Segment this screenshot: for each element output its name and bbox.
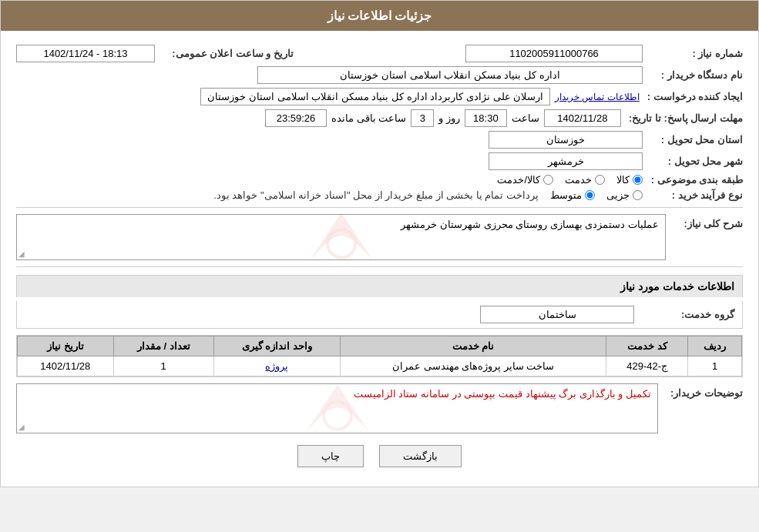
button-row: بازگشت چاپ [16,445,743,467]
buyer-notes-section: توضیحات خریدار: تکمیل و بارگذاری برگ پیش… [16,383,743,433]
buyer-org-value: اداره کل بنیاد مسکن انقلاب اسلامی استان … [257,66,643,84]
category-option-khedmat[interactable]: خدمت [565,174,605,186]
cell-unit[interactable]: پروژه [213,356,340,376]
col-name: نام خدمت [341,336,606,356]
purchase-type-radio-group: جزیی متوسط [550,189,643,201]
announce-date-label: تاریخ و ساعت اعلان عمومی: [155,48,294,59]
buyer-org-label: نام دستگاه خریدار : [643,69,743,81]
table-head: ردیف کد خدمت نام خدمت واحد اندازه گیری ت… [18,336,742,356]
buyer-notes-label: توضیحات خریدار: [658,383,743,433]
back-button[interactable]: بازگشت [379,445,462,467]
description-label: شرح کلی نیاز: [666,214,743,260]
reply-days: 3 [411,109,434,127]
city-label: شهر محل تحویل : [643,156,743,167]
category-label: طبقه بندی موضوعی : [643,174,743,186]
description-value: عملیات دستمزدی بهسازی روستای محرزی شهرست… [401,219,659,230]
svg-point-1 [324,401,351,429]
cell-row: 1 [688,356,742,376]
category-label-kala: کالا [616,174,630,186]
table-header-row: ردیف کد خدمت نام خدمت واحد اندازه گیری ت… [18,336,742,356]
svg-point-0 [327,230,355,258]
col-date: تاریخ نیاز [18,336,114,356]
service-group-row: گروه خدمت: ساختمان [16,301,743,329]
cell-date: 1402/11/28 [18,356,114,376]
category-radio-group: کالا خدمت کالا/خدمت [497,174,643,186]
purchase-type-radio-jozi[interactable] [633,190,643,200]
table-body: 1 ج-42-429 ساخت سایر پروژه‌های مهندسی عم… [18,356,742,376]
col-unit: واحد اندازه گیری [213,336,340,356]
service-group-label: گروه خدمت: [634,309,734,320]
category-radio-khedmat[interactable] [595,175,605,185]
contact-link[interactable]: اطلاعات تماس خریدار [555,92,640,102]
remaining-label: ساعت باقی مانده [327,112,411,124]
purchase-type-label-jozi: جزیی [606,189,630,201]
services-table: ردیف کد خدمت نام خدمت واحد اندازه گیری ت… [17,336,742,376]
province-value: خوزستان [489,131,643,149]
category-option-kala[interactable]: کالا [616,174,643,186]
creator-label: ایجاد کننده درخواست : [640,91,743,102]
purchase-type-radio-motavaset[interactable] [585,190,595,200]
category-radio-kala-khedmat[interactable] [543,175,553,185]
description-section: شرح کلی نیاز: عملیات دستمزدی بهسازی روست… [16,214,743,260]
header-title: جزئیات اطلاعات نیاز [327,9,432,22]
reply-deadline-row: مهلت ارسال پاسخ: تا تاریخ: 1402/11/28 سا… [16,109,743,127]
purchase-type-jozi[interactable]: جزیی [606,189,643,201]
services-table-wrapper: ردیف کد خدمت نام خدمت واحد اندازه گیری ت… [16,335,743,377]
table-row: 1 ج-42-429 ساخت سایر پروژه‌های مهندسی عم… [18,356,742,376]
divider-2 [16,266,743,267]
page-header: جزئیات اطلاعات نیاز [1,1,758,31]
reply-date: 1402/11/28 [544,109,621,127]
reply-time: 18:30 [465,109,507,127]
time-label: ساعت [507,112,544,124]
divider-1 [16,207,743,208]
buyer-notes-value: تکمیل و بارگذاری برگ پیشنهاد قیمت بپوستی… [354,388,651,400]
service-section-title: اطلاعات خدمات مورد نیاز [16,275,743,297]
creator-row: ایجاد کننده درخواست : اطلاعات تماس خریدا… [16,88,743,105]
cell-quantity: 1 [113,356,213,376]
creator-value: ارسلان علی نژادی کاربرداد اداره کل بنیاد… [200,88,550,105]
reply-deadline-label: مهلت ارسال پاسخ: تا تاریخ: [621,112,743,124]
province-label: استان محل تحویل : [643,134,743,146]
cell-name: ساخت سایر پروژه‌های مهندسی عمران [341,356,606,376]
service-section-title-text: اطلاعات خدمات مورد نیاز [620,280,734,293]
col-quantity: تعداد / مقدار [113,336,213,356]
need-number-row: شماره نیاز : 1102005911000766 تاریخ و سا… [16,45,743,62]
category-label-kala-khedmat: کالا/خدمت [497,174,540,186]
need-number-label: شماره نیاز : [643,48,743,59]
announce-date-value: 1402/11/24 - 18:13 [16,45,155,62]
purchase-type-label: نوع فرآیند خرید : [643,189,743,201]
page-wrapper: جزئیات اطلاعات نیاز شماره نیاز : 1102005… [0,0,759,487]
col-row: ردیف [688,336,742,356]
reply-remaining: 23:59:26 [265,109,327,127]
print-button[interactable]: چاپ [297,445,364,467]
city-row: شهر محل تحویل : خرمشهر [16,152,743,170]
watermark [280,206,403,269]
service-group-value: ساختمان [480,306,634,323]
city-value: خرمشهر [489,152,643,170]
purchase-type-motavaset[interactable]: متوسط [550,189,595,201]
province-row: استان محل تحویل : خوزستان [16,131,743,149]
category-option-kala-khedmat[interactable]: کالا/خدمت [497,174,553,186]
description-box: عملیات دستمزدی بهسازی روستای محرزی شهرست… [16,214,666,260]
need-number-value: 1102005911000766 [465,45,643,62]
watermark-notes [276,376,399,440]
purchase-type-label-motavaset: متوسط [550,189,582,201]
main-content: شماره نیاز : 1102005911000766 تاریخ و سا… [1,31,758,487]
cell-code: ج-42-429 [606,356,688,376]
buyer-notes-box: تکمیل و بارگذاری برگ پیشنهاد قیمت بپوستی… [16,383,658,433]
buyer-org-row: نام دستگاه خریدار : اداره کل بنیاد مسکن … [16,66,743,84]
resize-icon: ◢ [18,249,25,258]
resize-icon-notes: ◢ [18,423,25,431]
category-radio-kala[interactable] [633,175,643,185]
purchase-type-row: نوع فرآیند خرید : جزیی متوسط پرداخت تمام… [16,189,743,201]
col-code: کد خدمت [606,336,688,356]
category-row: طبقه بندی موضوعی : کالا خدمت کالا/خدمت [16,174,743,186]
purchase-type-desc: پرداخت تمام یا بخشی از مبلغ خریدار از مح… [213,189,539,201]
category-label-khedmat: خدمت [565,174,592,186]
days-label: روز و [434,112,465,124]
